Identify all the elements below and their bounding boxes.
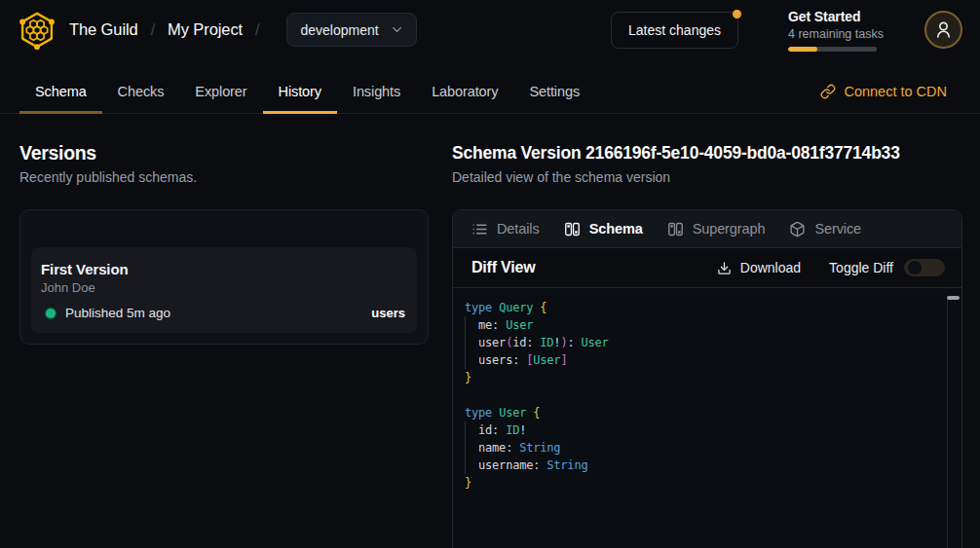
breadcrumb: The Guild / My Project / development (19, 11, 417, 50)
get-started-widget[interactable]: Get Started 4 remaining tasks (788, 9, 877, 52)
chevron-down-icon (390, 22, 404, 37)
detail-tab-label: Service (814, 221, 861, 237)
connect-to-cdn-button[interactable]: Connect to CDN (820, 69, 947, 113)
schema-code-editor[interactable]: type Query { me: User user(id: ID!): Use… (453, 288, 961, 548)
toggle-diff-knob (908, 261, 922, 274)
version-name: First Version (41, 261, 405, 277)
get-started-subtitle: 4 remaining tasks (788, 27, 877, 41)
version-author: John Doe (41, 280, 405, 295)
code-line: type User { (465, 404, 942, 421)
code-line: username: String (465, 457, 942, 474)
connect-to-cdn-label: Connect to CDN (844, 84, 947, 99)
code-token: users: (465, 353, 526, 367)
target-selector-value: development (300, 22, 378, 38)
target-selector[interactable]: development (286, 13, 416, 47)
main-nav-tabs: Schema Checks Explorer History Insights … (0, 59, 980, 114)
breadcrumb-separator: / (138, 21, 168, 39)
code-token: String (547, 458, 587, 472)
code-token: id: (465, 423, 506, 437)
code-line: name: String (465, 439, 942, 457)
get-started-progress-fill (788, 47, 817, 52)
list-icon (471, 221, 488, 237)
code-token: : (567, 336, 581, 349)
detail-tab-supergraph[interactable]: Supergraph (667, 221, 766, 237)
versions-subtitle: Recently published schemas. (19, 168, 429, 187)
code-line (465, 386, 942, 404)
download-button[interactable]: Download (717, 260, 801, 275)
version-detail-title: Schema Version 2166196f-5e10-4059-bd0a-0… (452, 141, 962, 164)
code-lines: type Query { me: User user(id: ID!): Use… (465, 299, 942, 492)
get-started-progress-bar (788, 47, 877, 52)
detail-tab-label: Supergraph (693, 221, 766, 237)
top-bar-actions: Latest changes Get Started 4 remaining t… (611, 9, 962, 52)
detail-tab-service[interactable]: Service (789, 221, 861, 237)
scrollbar-thumb[interactable] (947, 296, 960, 300)
code-line: } (465, 369, 942, 386)
download-label: Download (740, 260, 801, 275)
org-name[interactable]: The Guild (69, 20, 138, 39)
nav-tab-settings[interactable]: Settings (513, 69, 595, 113)
scrollbar-track-line (947, 300, 948, 548)
hive-logo-icon[interactable] (19, 11, 55, 50)
nav-tab-schema[interactable]: Schema (19, 69, 102, 113)
code-token: Query (499, 301, 533, 314)
code-token: user (465, 336, 506, 349)
project-name[interactable]: My Project (168, 20, 243, 39)
code-token: me: (465, 318, 506, 332)
columns-icon (667, 221, 684, 237)
toggle-diff-label: Toggle Diff (829, 260, 893, 275)
versions-panel: Versions Recently published schemas. Fir… (19, 141, 429, 345)
nav-tab-history[interactable]: History (263, 69, 337, 113)
version-status-row: Published 5m ago users (41, 306, 405, 320)
nav-tab-indicator (102, 111, 180, 114)
nav-tab-checks[interactable]: Checks (102, 69, 180, 113)
code-token: type (465, 406, 492, 420)
detail-tab-label: Schema (589, 221, 643, 237)
code-token: ] (560, 353, 567, 367)
detail-tab-schema[interactable]: Schema (564, 221, 643, 237)
breadcrumb-separator: / (243, 21, 272, 39)
box-icon (789, 221, 806, 237)
detail-tab-label: Details (497, 221, 540, 237)
indent-guide (465, 316, 466, 369)
user-avatar[interactable] (924, 11, 962, 49)
nav-tab-label: Schema (35, 84, 87, 99)
code-token: { (540, 301, 547, 314)
nav-tab-label: Insights (353, 84, 400, 99)
indent-guide (465, 421, 466, 474)
code-token: type (465, 301, 492, 314)
version-list-item[interactable]: First Version John Doe Published 5m ago … (31, 247, 417, 333)
nav-tab-indicator (263, 111, 337, 114)
nav-tab-laboratory[interactable]: Laboratory (416, 69, 513, 113)
user-icon (933, 19, 954, 40)
code-token: } (465, 371, 471, 384)
code-token: ID (506, 423, 519, 437)
nav-tab-indicator (416, 111, 513, 114)
columns-icon (564, 221, 581, 237)
link-icon (820, 84, 836, 99)
diff-view-title: Diff View (471, 259, 535, 276)
diff-view-toolbar: Diff View Download Toggle Diff (453, 248, 961, 288)
code-token: id: (512, 336, 540, 349)
nav-tab-explorer[interactable]: Explorer (179, 69, 262, 113)
detail-tab-details[interactable]: Details (471, 221, 540, 237)
version-detail-panel: Schema Version 2166196f-5e10-4059-bd0a-0… (452, 141, 962, 548)
version-detail-card: Details Schema (452, 209, 962, 548)
code-token: } (465, 476, 471, 490)
nav-tab-label: Laboratory (432, 84, 498, 99)
nav-tab-indicator (513, 111, 595, 114)
latest-changes-label: Latest changes (628, 22, 721, 38)
version-detail-subtitle: Detailed view of the schema version (452, 168, 962, 187)
main-content: Versions Recently published schemas. Fir… (0, 114, 980, 548)
published-status-dot (46, 309, 56, 318)
toggle-diff-switch[interactable] (904, 259, 945, 276)
nav-tab-insights[interactable]: Insights (337, 69, 416, 113)
code-line: user(id: ID!): User (465, 334, 942, 351)
notification-dot (733, 10, 741, 18)
code-line: type Query { (465, 299, 942, 316)
latest-changes-button[interactable]: Latest changes (611, 12, 738, 49)
code-token: { (533, 406, 540, 420)
code-line: me: User (465, 316, 942, 334)
code-line: } (465, 474, 942, 492)
code-token: String (519, 441, 560, 455)
